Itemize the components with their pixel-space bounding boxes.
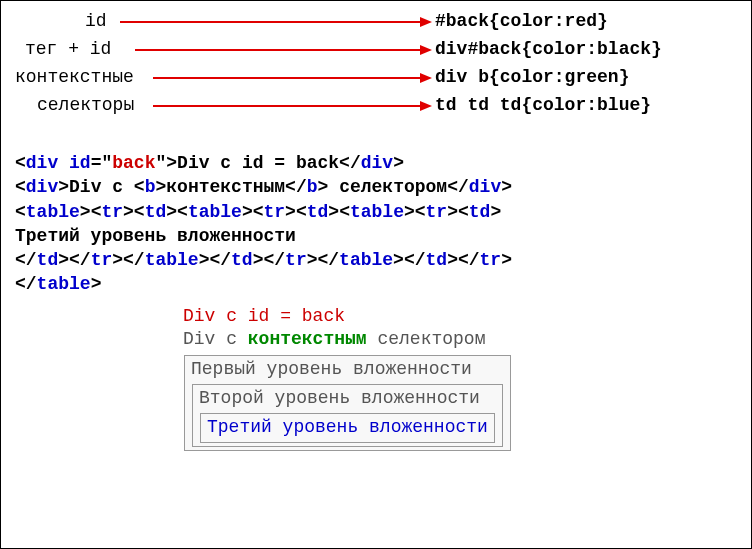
table-cell-lvl1: Первый уровень вложенности Второй уровен… <box>184 355 511 451</box>
label-tag-id: тег + id <box>25 39 111 59</box>
arrow-context-1 <box>153 77 420 79</box>
table-cell-lvl2: Второй уровень вложенности Третий уровен… <box>192 384 503 447</box>
label-selectors: селекторы <box>37 95 134 115</box>
level2-text: Второй уровень вложенности <box>199 388 480 408</box>
tag-table: table <box>26 202 80 222</box>
selector-diagram: id #back{color:red} тег + id div#back{co… <box>15 11 737 131</box>
nested-table: Первый уровень вложенности Второй уровен… <box>183 354 512 452</box>
attr-val: back <box>112 153 155 173</box>
render-line2-b: контекстным <box>248 329 367 349</box>
code-context-1: div b{color:green} <box>435 67 629 87</box>
level1-text: Первый уровень вложенности <box>191 359 472 379</box>
arrow-head-icon <box>420 17 432 27</box>
nested-text: Третий уровень вложенности <box>15 226 296 246</box>
arrow-head-icon <box>420 45 432 55</box>
render-line2: Div c контекстным селектором <box>183 328 737 351</box>
div2-c: селектором <box>328 177 447 197</box>
arrow-head-icon <box>420 101 432 111</box>
render-line2-c: селектором <box>367 329 486 349</box>
table-cell-lvl3: Третий уровень вложенности <box>200 413 495 442</box>
rendered-output: Div c id = back Div c контекстным селект… <box>183 305 737 452</box>
label-context: контекстные <box>15 67 134 87</box>
tag-td: td <box>145 202 167 222</box>
code-context-2: td td td{color:blue} <box>435 95 651 115</box>
code-id: #back{color:red} <box>435 11 608 31</box>
attr-id: id <box>69 153 91 173</box>
label-id: id <box>85 11 107 31</box>
code-tag-id: div#back{color:black} <box>435 39 662 59</box>
tag-tr: tr <box>101 202 123 222</box>
tag-div: div <box>26 153 58 173</box>
tag-b: b <box>145 177 156 197</box>
div1-text: Div c id = back <box>177 153 339 173</box>
div2-b: контекстным <box>166 177 285 197</box>
render-line1: Div c id = back <box>183 305 737 328</box>
arrow-id <box>120 21 420 23</box>
html-source: <div id="back">Div c id = back</div> <di… <box>15 151 737 297</box>
arrow-tag-id <box>135 49 420 51</box>
arrow-head-icon <box>420 73 432 83</box>
figure-container: id #back{color:red} тег + id div#back{co… <box>0 0 752 549</box>
arrow-context-2 <box>153 105 420 107</box>
level3-text: Третий уровень вложенности <box>207 417 488 437</box>
render-line2-a: Div c <box>183 329 248 349</box>
div2-a: Div c <box>69 177 134 197</box>
